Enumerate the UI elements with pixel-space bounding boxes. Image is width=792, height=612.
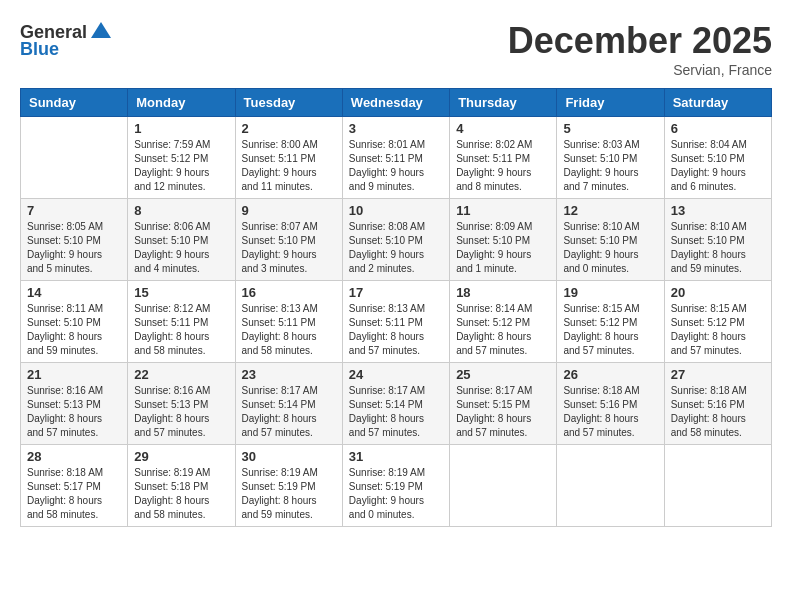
day-info: Sunrise: 8:18 AM Sunset: 5:16 PM Dayligh…: [671, 384, 765, 440]
day-number: 15: [134, 285, 228, 300]
day-number: 24: [349, 367, 443, 382]
month-title: December 2025: [508, 20, 772, 62]
day-info: Sunrise: 8:10 AM Sunset: 5:10 PM Dayligh…: [671, 220, 765, 276]
calendar-day-cell: 19Sunrise: 8:15 AM Sunset: 5:12 PM Dayli…: [557, 281, 664, 363]
day-number: 30: [242, 449, 336, 464]
day-info: Sunrise: 8:05 AM Sunset: 5:10 PM Dayligh…: [27, 220, 121, 276]
day-number: 9: [242, 203, 336, 218]
day-number: 28: [27, 449, 121, 464]
calendar-day-cell: 10Sunrise: 8:08 AM Sunset: 5:10 PM Dayli…: [342, 199, 449, 281]
calendar-day-cell: 14Sunrise: 8:11 AM Sunset: 5:10 PM Dayli…: [21, 281, 128, 363]
day-number: 22: [134, 367, 228, 382]
day-info: Sunrise: 8:06 AM Sunset: 5:10 PM Dayligh…: [134, 220, 228, 276]
day-number: 11: [456, 203, 550, 218]
day-number: 20: [671, 285, 765, 300]
calendar-day-cell: 17Sunrise: 8:13 AM Sunset: 5:11 PM Dayli…: [342, 281, 449, 363]
calendar-day-cell: 1Sunrise: 7:59 AM Sunset: 5:12 PM Daylig…: [128, 117, 235, 199]
day-info: Sunrise: 8:12 AM Sunset: 5:11 PM Dayligh…: [134, 302, 228, 358]
logo-blue-text: Blue: [20, 40, 113, 58]
location-subtitle: Servian, France: [508, 62, 772, 78]
day-number: 3: [349, 121, 443, 136]
calendar-day-cell: 4Sunrise: 8:02 AM Sunset: 5:11 PM Daylig…: [450, 117, 557, 199]
day-info: Sunrise: 8:19 AM Sunset: 5:18 PM Dayligh…: [134, 466, 228, 522]
calendar-day-cell: 15Sunrise: 8:12 AM Sunset: 5:11 PM Dayli…: [128, 281, 235, 363]
day-number: 23: [242, 367, 336, 382]
title-area: December 2025 Servian, France: [508, 20, 772, 78]
calendar-day-cell: 18Sunrise: 8:14 AM Sunset: 5:12 PM Dayli…: [450, 281, 557, 363]
day-number: 26: [563, 367, 657, 382]
day-number: 1: [134, 121, 228, 136]
calendar-day-cell: [450, 445, 557, 527]
calendar-week-row: 1Sunrise: 7:59 AM Sunset: 5:12 PM Daylig…: [21, 117, 772, 199]
day-info: Sunrise: 8:09 AM Sunset: 5:10 PM Dayligh…: [456, 220, 550, 276]
day-of-week-header: Wednesday: [342, 89, 449, 117]
day-info: Sunrise: 8:13 AM Sunset: 5:11 PM Dayligh…: [349, 302, 443, 358]
calendar-day-cell: 9Sunrise: 8:07 AM Sunset: 5:10 PM Daylig…: [235, 199, 342, 281]
calendar-table: SundayMondayTuesdayWednesdayThursdayFrid…: [20, 88, 772, 527]
calendar-day-cell: 30Sunrise: 8:19 AM Sunset: 5:19 PM Dayli…: [235, 445, 342, 527]
calendar-day-cell: 11Sunrise: 8:09 AM Sunset: 5:10 PM Dayli…: [450, 199, 557, 281]
day-info: Sunrise: 8:00 AM Sunset: 5:11 PM Dayligh…: [242, 138, 336, 194]
day-number: 10: [349, 203, 443, 218]
day-of-week-header: Sunday: [21, 89, 128, 117]
day-info: Sunrise: 8:01 AM Sunset: 5:11 PM Dayligh…: [349, 138, 443, 194]
day-number: 17: [349, 285, 443, 300]
calendar-day-cell: [664, 445, 771, 527]
day-number: 31: [349, 449, 443, 464]
day-number: 14: [27, 285, 121, 300]
calendar-header-row: SundayMondayTuesdayWednesdayThursdayFrid…: [21, 89, 772, 117]
calendar-day-cell: 13Sunrise: 8:10 AM Sunset: 5:10 PM Dayli…: [664, 199, 771, 281]
day-number: 25: [456, 367, 550, 382]
day-number: 7: [27, 203, 121, 218]
day-number: 12: [563, 203, 657, 218]
day-info: Sunrise: 8:18 AM Sunset: 5:16 PM Dayligh…: [563, 384, 657, 440]
calendar-day-cell: 5Sunrise: 8:03 AM Sunset: 5:10 PM Daylig…: [557, 117, 664, 199]
day-info: Sunrise: 8:16 AM Sunset: 5:13 PM Dayligh…: [134, 384, 228, 440]
day-info: Sunrise: 8:15 AM Sunset: 5:12 PM Dayligh…: [671, 302, 765, 358]
header: General Blue December 2025 Servian, Fran…: [20, 20, 772, 78]
calendar-week-row: 7Sunrise: 8:05 AM Sunset: 5:10 PM Daylig…: [21, 199, 772, 281]
day-number: 19: [563, 285, 657, 300]
calendar-day-cell: 31Sunrise: 8:19 AM Sunset: 5:19 PM Dayli…: [342, 445, 449, 527]
calendar-day-cell: [21, 117, 128, 199]
calendar-week-row: 21Sunrise: 8:16 AM Sunset: 5:13 PM Dayli…: [21, 363, 772, 445]
calendar-day-cell: 6Sunrise: 8:04 AM Sunset: 5:10 PM Daylig…: [664, 117, 771, 199]
calendar-day-cell: 8Sunrise: 8:06 AM Sunset: 5:10 PM Daylig…: [128, 199, 235, 281]
day-info: Sunrise: 8:14 AM Sunset: 5:12 PM Dayligh…: [456, 302, 550, 358]
day-info: Sunrise: 8:17 AM Sunset: 5:14 PM Dayligh…: [242, 384, 336, 440]
calendar-day-cell: 29Sunrise: 8:19 AM Sunset: 5:18 PM Dayli…: [128, 445, 235, 527]
day-number: 21: [27, 367, 121, 382]
calendar-day-cell: 2Sunrise: 8:00 AM Sunset: 5:11 PM Daylig…: [235, 117, 342, 199]
calendar-day-cell: 24Sunrise: 8:17 AM Sunset: 5:14 PM Dayli…: [342, 363, 449, 445]
calendar-day-cell: 3Sunrise: 8:01 AM Sunset: 5:11 PM Daylig…: [342, 117, 449, 199]
day-info: Sunrise: 8:08 AM Sunset: 5:10 PM Dayligh…: [349, 220, 443, 276]
day-info: Sunrise: 7:59 AM Sunset: 5:12 PM Dayligh…: [134, 138, 228, 194]
calendar-day-cell: 27Sunrise: 8:18 AM Sunset: 5:16 PM Dayli…: [664, 363, 771, 445]
calendar-day-cell: 20Sunrise: 8:15 AM Sunset: 5:12 PM Dayli…: [664, 281, 771, 363]
day-info: Sunrise: 8:07 AM Sunset: 5:10 PM Dayligh…: [242, 220, 336, 276]
day-of-week-header: Monday: [128, 89, 235, 117]
day-info: Sunrise: 8:11 AM Sunset: 5:10 PM Dayligh…: [27, 302, 121, 358]
day-number: 16: [242, 285, 336, 300]
svg-marker-0: [91, 22, 111, 38]
day-info: Sunrise: 8:04 AM Sunset: 5:10 PM Dayligh…: [671, 138, 765, 194]
day-info: Sunrise: 8:02 AM Sunset: 5:11 PM Dayligh…: [456, 138, 550, 194]
calendar-week-row: 28Sunrise: 8:18 AM Sunset: 5:17 PM Dayli…: [21, 445, 772, 527]
day-number: 5: [563, 121, 657, 136]
day-of-week-header: Friday: [557, 89, 664, 117]
calendar-day-cell: 26Sunrise: 8:18 AM Sunset: 5:16 PM Dayli…: [557, 363, 664, 445]
calendar-day-cell: 22Sunrise: 8:16 AM Sunset: 5:13 PM Dayli…: [128, 363, 235, 445]
calendar-day-cell: 21Sunrise: 8:16 AM Sunset: 5:13 PM Dayli…: [21, 363, 128, 445]
calendar-day-cell: 16Sunrise: 8:13 AM Sunset: 5:11 PM Dayli…: [235, 281, 342, 363]
day-info: Sunrise: 8:19 AM Sunset: 5:19 PM Dayligh…: [242, 466, 336, 522]
calendar-day-cell: 7Sunrise: 8:05 AM Sunset: 5:10 PM Daylig…: [21, 199, 128, 281]
logo: General Blue: [20, 20, 113, 58]
day-of-week-header: Thursday: [450, 89, 557, 117]
day-number: 13: [671, 203, 765, 218]
calendar-day-cell: 28Sunrise: 8:18 AM Sunset: 5:17 PM Dayli…: [21, 445, 128, 527]
day-info: Sunrise: 8:18 AM Sunset: 5:17 PM Dayligh…: [27, 466, 121, 522]
calendar-week-row: 14Sunrise: 8:11 AM Sunset: 5:10 PM Dayli…: [21, 281, 772, 363]
day-number: 4: [456, 121, 550, 136]
day-of-week-header: Saturday: [664, 89, 771, 117]
day-info: Sunrise: 8:17 AM Sunset: 5:14 PM Dayligh…: [349, 384, 443, 440]
